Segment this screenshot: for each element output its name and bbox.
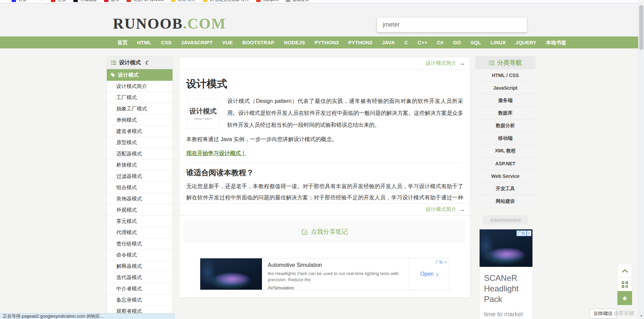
scrollbar-down-arrow[interactable]: ▼ (639, 314, 644, 318)
back-to-top-button[interactable] (617, 264, 632, 278)
ad-close-icon[interactable]: × (444, 260, 447, 265)
bookmark-label: 免费PDF转Word (133, 0, 163, 3)
category-item[interactable]: 网站建设 (475, 195, 536, 208)
intro-paragraph: 设计模式（Design pattern）代表了最佳的实践，通常被有经验的面向对象… (186, 95, 463, 131)
page-scrollbar[interactable]: ▼ (638, 3, 644, 319)
category-item[interactable]: Web Service (475, 170, 536, 183)
sidebar-item[interactable]: 组合模式 (107, 182, 173, 193)
bookmark-favicon-icon (127, 0, 131, 2)
sidebar-item[interactable]: 外观模式 (107, 204, 173, 216)
category-item[interactable]: 开发工具 (475, 183, 536, 195)
sidebar-item[interactable]: 备忘录模式 (107, 294, 173, 306)
category-item[interactable]: 数据分析 (475, 120, 536, 132)
ad-info-label[interactable]: 广告 (516, 230, 527, 236)
bookmark-item[interactable]: 京东 (51, 0, 66, 3)
bookmark-item[interactable]: 汉化 导入 (171, 0, 195, 3)
sidebar-item[interactable]: 享元模式 (107, 216, 173, 227)
section-divider (186, 163, 463, 163)
nav-item[interactable]: JAVASCRIPT (176, 36, 218, 48)
sidebar-item[interactable]: 迭代器模式 (107, 272, 173, 283)
nav-item[interactable]: NODEJS (279, 36, 310, 48)
category-item[interactable]: XML 教程 (475, 145, 536, 157)
sidebar-item[interactable]: 适配器模式 (107, 148, 173, 160)
qrcode-button[interactable] (617, 277, 632, 291)
nav-item[interactable]: JAVA (377, 36, 400, 48)
ad-badge: 广告 × (435, 260, 447, 265)
bookmark-label: 新标签页 (293, 0, 309, 3)
ad-close-icon[interactable]: × (527, 230, 531, 236)
sidebar-item[interactable]: 原型模式 (107, 137, 173, 148)
category-item[interactable]: 服务端 (475, 94, 536, 107)
nav-item[interactable]: C++ (413, 36, 432, 48)
sidebar-item[interactable]: 中介者模式 (107, 283, 173, 294)
ad-text-block: Automotive Simulation the Headlights Pac… (262, 258, 409, 290)
sidebar-item[interactable]: 过滤器模式 (107, 171, 173, 182)
bookmark-item[interactable]: + (34, 0, 43, 2)
ad-info-label[interactable]: 广告 (435, 260, 443, 265)
sidebar-item[interactable]: 命令模式 (107, 249, 173, 261)
nav-item[interactable]: PYTHON3 (310, 36, 343, 48)
nav-item[interactable]: PYTHON2 (343, 36, 377, 48)
nav-item[interactable]: JQUERY (511, 36, 541, 48)
nav-item[interactable]: VUE (217, 36, 237, 48)
sidebar-item[interactable]: 抽象工厂模式 (107, 103, 173, 115)
star-icon: ★ (622, 294, 628, 302)
bookmark-item[interactable]: topspins (256, 0, 278, 2)
sidebar-item[interactable]: 单例模式 (107, 115, 173, 126)
qrcode-icon (621, 281, 628, 288)
sidebar-item[interactable]: 工厂模式 (107, 92, 173, 103)
bookmark-item[interactable]: 百度 (12, 0, 27, 3)
bookmark-item[interactable]: 微博 (104, 0, 119, 3)
nav-item[interactable]: GO (448, 36, 466, 48)
next-page-link[interactable]: 设计模式简介 (426, 60, 456, 66)
nav-item[interactable]: BOOTSTRAP (237, 36, 279, 48)
nav-item[interactable]: C (400, 36, 413, 48)
start-learning-link[interactable]: 现在开始学习设计模式！ (186, 150, 246, 157)
side-ad[interactable]: 广告 × SCANeR Headlight Pack time to marke… (479, 229, 533, 319)
category-item[interactable]: ASP.NET (475, 157, 536, 170)
sidebar-item[interactable]: 设计模式简介 (107, 81, 173, 92)
category-nav-header: 分类导航 (475, 56, 536, 69)
nav-item[interactable]: C# (432, 36, 448, 48)
sidebar-item[interactable]: 责任链模式 (107, 238, 173, 249)
nav-item[interactable]: CSS (156, 36, 176, 48)
csdn-watermark: CSDN @星辰镜 (598, 310, 634, 317)
side-ad-body: SCANeR Headlight Pack time to market and (480, 267, 532, 319)
nav-item[interactable]: 本地书签 (541, 36, 571, 48)
arrow-right-icon[interactable]: → (459, 206, 465, 213)
nav-item[interactable]: 首页 (113, 36, 132, 48)
category-nav: 分类导航 HTML / CSSJavaScript服务端数据库数据分析移动端XM… (475, 56, 536, 225)
arrow-right-icon[interactable]: → (459, 60, 465, 67)
share-notes-button[interactable]: 点我分享笔记 (184, 221, 466, 243)
category-item[interactable]: 数据库 (475, 107, 536, 120)
nav-item[interactable]: SQL (466, 36, 486, 48)
bookmark-item[interactable]: 免费PDF转Word (127, 0, 163, 3)
sidebar-item[interactable]: 代理模式 (107, 227, 173, 238)
bookmark-item[interactable]: 新标签页 (286, 0, 309, 3)
browser-viewport: 百度 + 京东 天猫精选 微博 (0, 0, 644, 319)
next-page-link[interactable]: 设计模式简介 (426, 206, 456, 213)
bookmark-item[interactable]: 从 自定义浏览器 导入 (203, 0, 249, 3)
nav-item[interactable]: LINUX (486, 36, 511, 48)
scrollbar-thumb[interactable] (639, 5, 643, 50)
google-ad-banner[interactable]: Automotive Simulation the Headlights Pac… (200, 258, 450, 290)
sidebar-title: 设计模式 (119, 59, 141, 66)
sidebar-item-active[interactable]: 设计模式 (107, 69, 173, 81)
bookmark-item[interactable]: 天猫精选 (73, 0, 97, 3)
category-list: HTML / CSSJavaScript服务端数据库数据分析移动端XML 教程A… (475, 69, 536, 208)
nav-item[interactable]: HTML (132, 36, 156, 48)
category-item[interactable]: JavaScript (475, 82, 536, 94)
category-item[interactable]: 移动端 (475, 132, 536, 145)
category-item[interactable]: HTML / CSS (475, 69, 536, 82)
sidebar-item[interactable]: 桥接模式 (107, 160, 173, 171)
sidebar-item[interactable]: 建造者模式 (107, 126, 173, 137)
bookmark-label: 汉化 导入 (178, 0, 195, 3)
sidebar-item[interactable]: 装饰器模式 (107, 193, 173, 204)
search-input[interactable] (377, 17, 527, 32)
bookmark-favicon-icon (12, 0, 16, 2)
favorite-star-button[interactable]: ★ (617, 291, 632, 305)
site-logo[interactable]: RUNOOB.COM (113, 15, 226, 32)
figure-title: 设计模式 (189, 107, 217, 116)
dark-mode-moon-icon[interactable]: ☾ (145, 59, 151, 66)
sidebar-item[interactable]: 解释器模式 (107, 261, 173, 272)
